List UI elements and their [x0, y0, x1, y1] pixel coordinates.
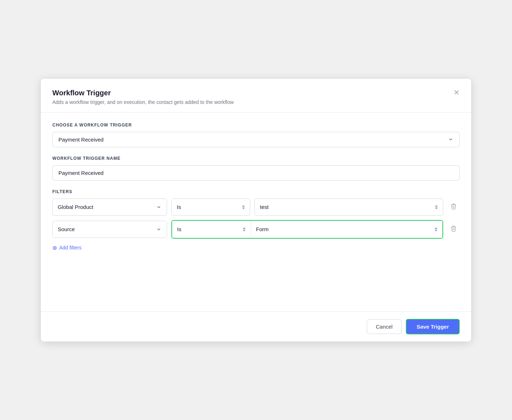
spinner-icon-4 — [435, 227, 437, 232]
filter-value-2-value: Form — [256, 226, 435, 232]
filter-field-2-wrapper: Source — [52, 221, 167, 238]
modal: Workflow Trigger Adds a workflow trigger… — [41, 79, 471, 342]
filter-operator-1-wrapper: Is — [171, 199, 250, 216]
close-button[interactable]: ✕ — [452, 87, 461, 97]
spinner-icon-3 — [243, 227, 246, 232]
filter-operator-2-value: Is — [177, 226, 243, 232]
filter-operator-1-value: Is — [177, 204, 242, 210]
filter-operator-2-select[interactable]: Is — [172, 221, 251, 238]
trigger-name-label: WORKFLOW TRIGGER NAME — [52, 156, 460, 161]
filter-value-1-select[interactable]: test — [255, 199, 443, 216]
filter-field-1-select[interactable]: Global Product — [52, 199, 167, 216]
chevron-down-icon — [448, 137, 454, 142]
filter-field-2-select[interactable]: Source — [52, 221, 167, 238]
close-icon: ✕ — [454, 89, 460, 96]
filter-field-1-value: Global Product — [58, 204, 156, 210]
add-filters-button[interactable]: ⊕ Add filters — [52, 243, 81, 253]
trash-icon — [450, 203, 457, 210]
delete-filter-1-button[interactable] — [447, 200, 460, 214]
choose-trigger-section: CHOOSE A WORKFLOW TRIGGER Payment Receiv… — [52, 123, 460, 147]
trigger-type-select[interactable]: Payment Received — [52, 132, 460, 147]
modal-header: Workflow Trigger Adds a workflow trigger… — [41, 79, 471, 113]
modal-footer: Cancel Save Trigger — [41, 311, 471, 342]
choose-trigger-label: CHOOSE A WORKFLOW TRIGGER — [52, 123, 460, 128]
trigger-type-select-wrapper: Payment Received — [52, 132, 460, 147]
trigger-type-value: Payment Received — [58, 137, 448, 143]
filter-operator-1-select[interactable]: Is — [171, 199, 250, 216]
filter-field-1-wrapper: Global Product — [52, 199, 167, 216]
add-filters-label: Add filters — [59, 245, 81, 250]
filters-section: FILTERS Global Product Is — [52, 189, 460, 253]
trash-icon-2 — [450, 225, 457, 232]
filter-highlighted-group: Is Form — [171, 220, 443, 239]
trigger-name-section: WORKFLOW TRIGGER NAME — [52, 156, 460, 181]
spinner-icon — [242, 205, 245, 209]
filter-row-1: Global Product Is — [52, 199, 460, 216]
chevron-down-icon-2 — [156, 226, 162, 232]
spinner-icon-2 — [435, 205, 438, 209]
modal-title: Workflow Trigger — [52, 89, 460, 97]
chevron-down-icon — [156, 204, 162, 210]
trigger-name-input[interactable] — [52, 165, 460, 181]
filter-row-2: Source Is — [52, 220, 460, 239]
delete-filter-2-button[interactable] — [447, 222, 460, 236]
save-trigger-button[interactable]: Save Trigger — [406, 319, 460, 334]
filters-label: FILTERS — [52, 189, 460, 194]
filter-value-1-value: test — [260, 204, 435, 210]
modal-subtitle: Adds a workflow trigger, and on executio… — [52, 99, 460, 105]
filter-field-2-value: Source — [58, 226, 156, 232]
plus-circle-icon: ⊕ — [52, 244, 57, 251]
filter-value-2-select[interactable]: Form — [251, 221, 442, 238]
cancel-button[interactable]: Cancel — [367, 319, 402, 334]
modal-body: CHOOSE A WORKFLOW TRIGGER Payment Receiv… — [41, 113, 471, 268]
filter-value-1-wrapper: test — [255, 199, 443, 216]
